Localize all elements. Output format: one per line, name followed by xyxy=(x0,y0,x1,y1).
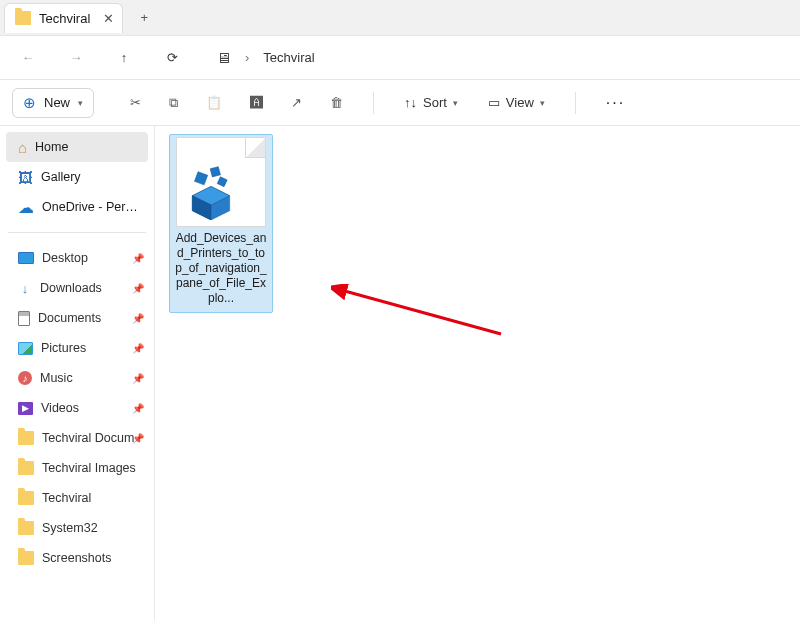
sidebar-item-system32[interactable]: System32 xyxy=(6,513,148,543)
new-label: New xyxy=(44,95,70,110)
sidebar-item-label: Techviral xyxy=(42,491,91,505)
close-icon[interactable]: ✕ xyxy=(103,11,114,26)
chevron-down-icon: ▾ xyxy=(453,98,458,108)
file-reg-file[interactable]: Add_Devices_and_Printers_to_top_of_navig… xyxy=(169,134,273,313)
plus-icon: ⊕ xyxy=(23,94,36,112)
tab-bar: Techviral ✕ + xyxy=(0,0,800,36)
download-icon: ↓ xyxy=(18,281,32,295)
toolbar-divider xyxy=(373,92,374,114)
sidebar-item-music[interactable]: ♪Music📌 xyxy=(6,363,148,393)
sidebar-item-label: System32 xyxy=(42,521,98,535)
view-label: View xyxy=(506,95,534,110)
new-tab-button[interactable]: + xyxy=(129,3,159,33)
svg-rect-1 xyxy=(210,167,220,177)
home-icon: ⌂ xyxy=(18,139,27,156)
toolbar: ⊕ New ▾ ✂ ⧉ 📋 🅰 ↗ 🗑 ↑↓ Sort ▾ ▭ View ▾ ·… xyxy=(0,80,800,126)
forward-button[interactable]: → xyxy=(66,50,86,65)
sidebar-item-label: Pictures xyxy=(41,341,86,355)
chevron-down-icon: ▾ xyxy=(78,98,83,108)
folder-icon xyxy=(18,461,34,475)
view-button[interactable]: ▭ View ▾ xyxy=(488,95,545,110)
sort-icon: ↑↓ xyxy=(404,95,417,110)
sidebar-item-label: Desktop xyxy=(42,251,88,265)
tab-techviral[interactable]: Techviral ✕ xyxy=(4,3,123,33)
chevron-right-icon: › xyxy=(245,50,249,65)
gallery-icon: 🖼 xyxy=(18,169,33,186)
svg-rect-0 xyxy=(194,172,207,185)
sort-label: Sort xyxy=(423,95,447,110)
folder-icon xyxy=(18,521,34,535)
onedrive-icon: ☁ xyxy=(18,198,34,217)
folder-icon xyxy=(18,431,34,445)
sidebar-item-desktop[interactable]: Desktop📌 xyxy=(6,243,148,273)
pin-icon: 📌 xyxy=(132,283,144,294)
share-icon[interactable]: ↗ xyxy=(291,95,302,110)
new-button[interactable]: ⊕ New ▾ xyxy=(12,88,94,118)
tab-title: Techviral xyxy=(39,11,90,26)
more-button[interactable]: ··· xyxy=(606,94,625,112)
sidebar-item-home[interactable]: ⌂Home xyxy=(6,132,148,162)
view-icon: ▭ xyxy=(488,95,500,110)
svg-line-3 xyxy=(341,290,501,334)
rename-icon[interactable]: 🅰 xyxy=(250,95,263,110)
toolbar-divider xyxy=(575,92,576,114)
sidebar-item-label: Gallery xyxy=(41,170,81,184)
sidebar-item-label: Videos xyxy=(41,401,79,415)
pin-icon: 📌 xyxy=(132,253,144,264)
video-icon: ▶ xyxy=(18,402,33,415)
sort-button[interactable]: ↑↓ Sort ▾ xyxy=(404,95,458,110)
file-pane[interactable]: Add_Devices_and_Printers_to_top_of_navig… xyxy=(155,126,800,621)
file-name: Add_Devices_and_Printers_to_top_of_navig… xyxy=(174,231,268,306)
svg-rect-2 xyxy=(217,177,227,187)
sidebar-item-videos[interactable]: ▶Videos📌 xyxy=(6,393,148,423)
sidebar-divider xyxy=(8,232,146,233)
address-bar: ← → ↑ ⟳ 🖥 › Techviral xyxy=(0,36,800,80)
paste-icon[interactable]: 📋 xyxy=(206,95,222,110)
body: ⌂Home🖼Gallery›☁OneDrive - PersonaDesktop… xyxy=(0,126,800,621)
folder-icon xyxy=(15,11,31,25)
pin-icon: 📌 xyxy=(132,313,144,324)
music-icon: ♪ xyxy=(18,371,32,385)
pin-icon: 📌 xyxy=(132,403,144,414)
sidebar-item-label: Music xyxy=(40,371,73,385)
document-icon xyxy=(18,311,30,326)
sidebar-item-onedrive[interactable]: ›☁OneDrive - Persona xyxy=(6,192,148,222)
sidebar-item-label: Techviral Images xyxy=(42,461,136,475)
sidebar-item-label: Home xyxy=(35,140,68,154)
pin-icon: 📌 xyxy=(132,373,144,384)
breadcrumb-current: Techviral xyxy=(263,50,314,65)
sidebar-item-label: Techviral Docum xyxy=(42,431,134,445)
delete-icon[interactable]: 🗑 xyxy=(330,95,343,110)
pin-icon: 📌 xyxy=(132,433,144,444)
sidebar-item-label: Screenshots xyxy=(42,551,111,565)
back-button[interactable]: ← xyxy=(18,50,38,65)
sidebar-item-pictures[interactable]: Pictures📌 xyxy=(6,333,148,363)
sidebar-item-label: Documents xyxy=(38,311,101,325)
file-thumbnail xyxy=(176,137,266,227)
breadcrumb[interactable]: 🖥 › Techviral xyxy=(216,49,315,66)
sidebar-item-label: Downloads xyxy=(40,281,102,295)
sidebar-item-techviral[interactable]: Techviral xyxy=(6,483,148,513)
sidebar-item-techviral-docum[interactable]: Techviral Docum📌 xyxy=(6,423,148,453)
toolbar-icons: ✂ ⧉ 📋 🅰 ↗ 🗑 xyxy=(130,95,343,111)
desktop-icon xyxy=(18,252,34,264)
registry-icon xyxy=(183,164,239,220)
refresh-button[interactable]: ⟳ xyxy=(162,50,182,65)
cut-icon[interactable]: ✂ xyxy=(130,95,141,110)
sidebar-item-downloads[interactable]: ↓Downloads📌 xyxy=(6,273,148,303)
sidebar-item-label: OneDrive - Persona xyxy=(42,200,142,214)
pictures-icon xyxy=(18,342,33,355)
folder-icon xyxy=(18,551,34,565)
folder-icon xyxy=(18,491,34,505)
sidebar-item-techviral-images[interactable]: Techviral Images xyxy=(6,453,148,483)
this-pc-icon: 🖥 xyxy=(216,49,231,66)
chevron-down-icon: ▾ xyxy=(540,98,545,108)
pin-icon: 📌 xyxy=(132,343,144,354)
copy-icon[interactable]: ⧉ xyxy=(169,95,178,111)
up-button[interactable]: ↑ xyxy=(114,50,134,65)
sidebar-item-gallery[interactable]: 🖼Gallery xyxy=(6,162,148,192)
sidebar-item-documents[interactable]: Documents📌 xyxy=(6,303,148,333)
sidebar: ⌂Home🖼Gallery›☁OneDrive - PersonaDesktop… xyxy=(0,126,155,621)
annotation-arrow xyxy=(331,284,511,344)
sidebar-item-screenshots[interactable]: Screenshots xyxy=(6,543,148,573)
